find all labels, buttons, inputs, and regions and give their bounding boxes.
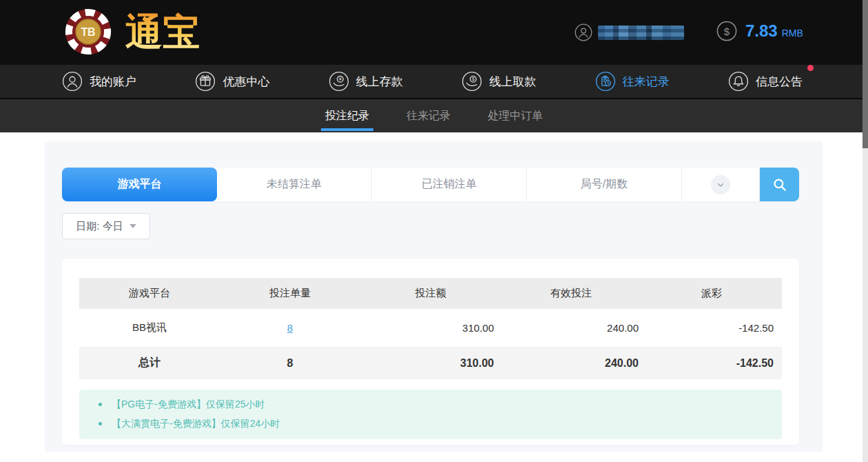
casino-chip-logo-icon: TB (63, 7, 113, 57)
svg-text:$: $ (472, 77, 475, 81)
nav-item-withdraw[interactable]: $ 线上取款 (462, 71, 536, 92)
topbar: TB 通宝 (0, 0, 868, 65)
cell-bet-count: 8 (220, 309, 360, 347)
date-filter-select[interactable]: 日期: 今日 (62, 213, 150, 239)
bet-count-link[interactable]: 8 (287, 322, 293, 334)
withdraw-icon: $ (462, 71, 482, 92)
tab-label: 游戏平台 (118, 177, 162, 192)
date-filter-label: 日期: 今日 (76, 220, 123, 233)
subnav-item-betting-records[interactable]: 投注纪录 (322, 99, 372, 132)
table-header-row: 游戏平台 投注单量 投注额 有效投注 派彩 (79, 278, 782, 309)
caret-down-icon (130, 224, 136, 228)
subnav-label: 投注纪录 (325, 109, 369, 123)
chevron-down-icon (711, 175, 730, 194)
user-icon (575, 23, 592, 41)
nav-item-announcements[interactable]: 信息公告 (728, 71, 803, 92)
notification-dot (807, 65, 814, 71)
subnav-label: 处理中订单 (488, 109, 543, 123)
svg-text:¥: ¥ (339, 77, 342, 81)
total-payout: -142.50 (641, 347, 782, 379)
cell-platform: BB视讯 (79, 309, 220, 347)
total-label: 总计 (79, 347, 220, 379)
user-circle-icon (62, 71, 83, 92)
sub-navigation: 投注纪录 往来记录 处理中订单 (0, 99, 868, 132)
tab-cancelled-bets[interactable]: 已注销注单 (372, 168, 527, 201)
brand-name-text: 通宝 (125, 10, 200, 54)
filter-tab-bar: 游戏平台 未结算注单 已注销注单 局号/期数 (62, 168, 799, 201)
bet-summary-table: 游戏平台 投注单量 投注额 有效投注 派彩 BB视讯 8 310.00 (79, 278, 782, 379)
balance-currency: RMB (782, 23, 803, 39)
svg-text:$: $ (724, 26, 730, 37)
table-total-row: 总计 8 310.00 240.00 -142.50 (79, 347, 782, 379)
tab-label: 未结算注单 (267, 177, 322, 192)
records-clipboard-clock-icon (595, 71, 616, 92)
results-panel: 游戏平台 投注单量 投注额 有效投注 派彩 BB视讯 8 310.00 (62, 259, 799, 445)
col-header-valid-bet: 有效投注 (501, 278, 641, 309)
scrollbar-thumb[interactable] (862, 0, 868, 148)
nav-label: 往来记录 (623, 74, 670, 90)
page: TB 通宝 (0, 0, 868, 462)
brand-name: 通宝 (124, 7, 227, 57)
search-icon (771, 176, 789, 194)
col-header-bet-count: 投注单量 (220, 278, 360, 309)
cell-valid-bet: 240.00 (501, 309, 641, 347)
account-menu[interactable] (575, 23, 684, 41)
balance-amount: 7.83 (745, 21, 778, 41)
total-bet-amount: 310.00 (360, 347, 501, 379)
subnav-label: 往来记录 (406, 109, 451, 123)
table-row: BB视讯 8 310.00 240.00 -142.50 (79, 309, 782, 347)
tab-label: 已注销注单 (422, 177, 477, 192)
nav-item-my-account[interactable]: 我的账户 (62, 71, 136, 92)
subnav-item-processing-orders[interactable]: 处理中订单 (485, 99, 546, 132)
subnav-item-transaction-records[interactable]: 往来记录 (404, 99, 453, 132)
col-header-bet-amount: 投注额 (360, 278, 501, 309)
balance-display: $ 7.83 RMB (716, 21, 803, 41)
search-button[interactable] (760, 168, 799, 201)
cell-bet-amount: 310.00 (360, 309, 501, 347)
dollar-coin-icon: $ (716, 21, 737, 41)
tab-game-platform[interactable]: 游戏平台 (62, 168, 217, 201)
note-text: 【PG电子-免费游戏】仅保留25小时 (112, 394, 265, 414)
brand-chip-text: TB (81, 26, 95, 38)
expand-dropdown[interactable] (682, 168, 760, 201)
nav-label: 线上存款 (356, 74, 403, 90)
cell-payout: -142.50 (641, 309, 782, 347)
username-redacted (598, 26, 684, 40)
brand-logo[interactable]: TB 通宝 (63, 7, 227, 57)
tab-round-number[interactable]: 局号/期数 (527, 168, 682, 201)
bell-icon (728, 71, 749, 92)
bullet-icon (99, 422, 102, 425)
gift-icon (195, 71, 216, 92)
nav-label: 信息公告 (756, 74, 803, 90)
deposit-icon: ¥ (329, 71, 349, 92)
note-item: 【PG电子-免费游戏】仅保留25小时 (79, 394, 782, 414)
nav-label: 我的账户 (90, 74, 136, 90)
content-card: 游戏平台 未结算注单 已注销注单 局号/期数 (45, 141, 823, 452)
note-item: 【大满贯电子-免费游戏】仅保留24小时 (79, 414, 782, 433)
nav-item-promotions[interactable]: 优惠中心 (195, 71, 269, 92)
total-valid-bet: 240.00 (501, 347, 641, 379)
nav-label: 优惠中心 (223, 74, 269, 90)
nav-item-deposit[interactable]: ¥ 线上存款 (329, 71, 403, 92)
tab-label: 局号/期数 (581, 177, 628, 192)
vertical-scrollbar[interactable] (862, 0, 868, 462)
main-navigation: 我的账户 优惠中心 ¥ (0, 65, 868, 99)
col-header-payout: 派彩 (641, 278, 782, 309)
active-tab-underline (321, 128, 373, 131)
col-header-platform: 游戏平台 (79, 278, 220, 309)
nav-label: 线上取款 (489, 74, 536, 90)
total-bet-count: 8 (220, 347, 360, 379)
tab-unsettled-bets[interactable]: 未结算注单 (217, 168, 372, 201)
note-text: 【大满贯电子-免费游戏】仅保留24小时 (112, 414, 280, 433)
bullet-icon (99, 403, 102, 406)
promo-notes-box: 【PG电子-免费游戏】仅保留25小时 【大满贯电子-免费游戏】仅保留24小时 (79, 390, 782, 439)
nav-item-transaction-records[interactable]: 往来记录 (595, 71, 670, 92)
